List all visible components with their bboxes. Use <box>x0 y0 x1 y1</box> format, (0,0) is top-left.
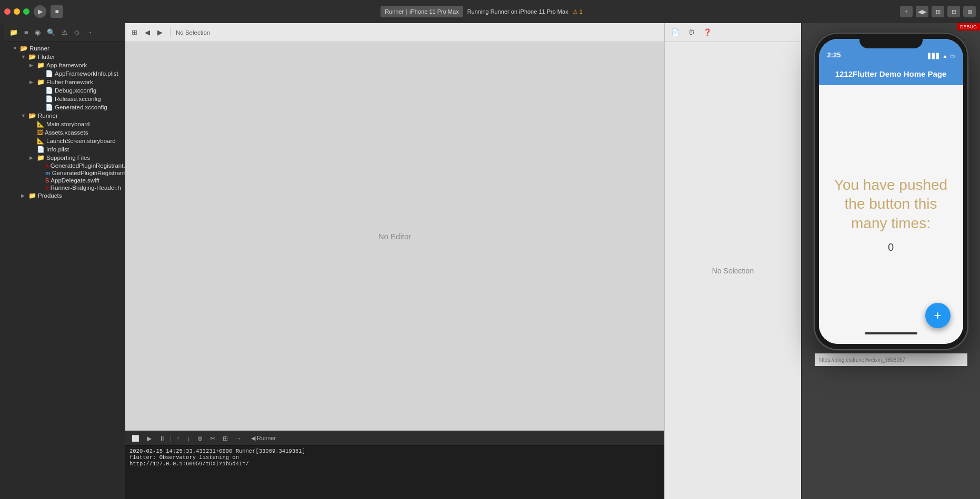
console-runner-label: ◀ Runner <box>251 435 276 442</box>
tree-item-main-storyboard[interactable]: 📐 Main.storyboard <box>4 120 125 128</box>
right-panel: 📄 ⏱ ❓ No Selection <box>664 23 801 499</box>
diamond-icon[interactable]: ◇ <box>72 27 82 37</box>
maximize-button[interactable] <box>23 8 29 15</box>
navigator-button[interactable]: ◀▶ <box>916 6 928 17</box>
tree-item-runner-root[interactable]: ▼ 📂 Runner <box>4 44 125 53</box>
tree-item-debug-xcconfig[interactable]: 📄 Debug.xcconfig <box>4 86 125 95</box>
add-button[interactable]: + <box>900 6 913 17</box>
console-line-2: flutter: Observatory listening on <box>129 454 660 461</box>
phone-time: 2:25 <box>827 51 841 59</box>
url-text: https://blog.csdn.net/weixin_3808057 <box>819 357 906 363</box>
phone-status-icons: ▋▋▋ ▲ ▭ <box>928 53 955 59</box>
console-cut-button[interactable]: ✂ <box>208 434 217 443</box>
no-selection-label: No Selection <box>712 267 754 275</box>
center-col: ⊞ ◀ ▶ No Selection No Editor ⬜ ▶ ⏸ ↑ ↓ <box>125 23 664 499</box>
debug-icon[interactable]: ◉ <box>33 27 43 37</box>
tree-item-gpr-m[interactable]: m GeneratedPluginRegistrant.m <box>4 169 125 177</box>
console-clear-button[interactable]: ⬜ <box>129 434 142 443</box>
title-bar: ▶ ■ Runner | iPhone 11 Pro Max Running R… <box>0 0 980 23</box>
warning-badge[interactable]: ⚠ 1 <box>573 8 583 15</box>
scheme-selector[interactable]: Runner | iPhone 11 Pro Max <box>381 6 463 17</box>
tree-item-info-plist[interactable]: 📄 Info.plist <box>4 145 125 154</box>
debug-badge: DEBUG <box>957 23 980 30</box>
no-editor-label: No Editor <box>378 232 412 241</box>
back-button[interactable]: ◀ <box>143 27 152 37</box>
tree-item-supporting-files[interactable]: ▶ 📁 Supporting Files <box>4 154 125 162</box>
arrow-icon[interactable]: → <box>84 27 95 37</box>
search-icon[interactable]: 🔍 <box>45 27 57 37</box>
sidebar: 📁 ≡ ◉ 🔍 ⚠ ◇ → ▼ 📂 Runner ▼ 📂 Flutter <box>4 23 125 499</box>
inspector-button[interactable]: ⊟ <box>947 6 960 17</box>
tree-item-flutter-framework[interactable]: ▶ 📁 Flutter.framework <box>4 78 125 86</box>
tree-item-assets[interactable]: 🖼 Assets.xcassets <box>4 128 125 137</box>
hide-nav-button[interactable]: ⊞ <box>129 27 139 37</box>
list-icon[interactable]: ≡ <box>22 27 31 37</box>
console-add-button[interactable]: ⊕ <box>195 434 205 443</box>
tree-item-launchscreen[interactable]: 📐 LaunchScreen.storyboard <box>4 137 125 145</box>
console-line-3: http://127.0.0.1:60959/tDXIY1b5d4I=/ <box>129 461 660 467</box>
console-divider <box>171 435 171 442</box>
console-stepover-button[interactable]: ↓ <box>185 434 192 443</box>
sidebar-toolbar: 📁 ≡ ◉ 🔍 ⚠ ◇ → <box>4 23 125 42</box>
console-grid-button[interactable]: ⊞ <box>221 434 230 443</box>
tree-item-release-xcconfig[interactable]: 📄 Release.xcconfig <box>4 95 125 103</box>
main-area: 📁 ≡ ◉ 🔍 ⚠ ◇ → ▼ 📂 Runner ▼ 📂 Flutter <box>0 23 980 499</box>
warning-icon[interactable]: ⚠ <box>59 27 70 37</box>
left-strip <box>0 23 4 499</box>
console-line-1: 2020-02-15 14:25:33.433231+0800 Runner[3… <box>129 448 660 454</box>
quick-help-button[interactable]: ⏱ <box>686 27 697 37</box>
file-tree: ▼ 📂 Runner ▼ 📂 Flutter ▶ 📁 App.framework <box>4 42 125 499</box>
phone-counter-number: 0 <box>888 241 894 253</box>
url-bar: https://blog.csdn.net/weixin_3808057 <box>815 353 967 366</box>
breadcrumb: No Selection <box>176 29 210 36</box>
editor-main: No Editor <box>125 42 664 431</box>
stop-button[interactable]: ■ <box>51 5 63 18</box>
console-pause-button[interactable]: ⏸ <box>157 434 167 443</box>
console-content: 2020-02-15 14:25:33.433231+0800 Runner[3… <box>125 446 664 499</box>
phone-frame: 2:25 ▋▋▋ ▲ ▭ 1212Flutter Demo Home Page … <box>815 34 967 349</box>
close-button[interactable] <box>4 8 11 15</box>
traffic-lights <box>4 8 29 15</box>
phone-navbar-title: 1212Flutter Demo Home Page <box>835 69 947 78</box>
phone-home-indicator <box>865 332 917 334</box>
panel-button[interactable]: ⊠ <box>963 6 976 17</box>
tree-item-appdelegate[interactable]: S AppDelegate.swift <box>4 177 125 184</box>
phone-screen: 2:25 ▋▋▋ ▲ ▭ 1212Flutter Demo Home Page … <box>819 39 963 344</box>
wifi-icon: ▲ <box>943 53 948 59</box>
phone-mockup-container: DEBUG 2:25 ▋▋▋ ▲ ▭ 1212Flutter Demo Home… <box>801 23 980 499</box>
phone-notch <box>859 34 923 48</box>
phone-counter-text: You have pushed the button this many tim… <box>829 176 953 233</box>
run-button[interactable]: ▶ <box>34 5 46 18</box>
console-toolbar: ⬜ ▶ ⏸ ↑ ↓ ⊕ ✂ ⊞ → ◀ Runner <box>125 431 664 446</box>
tree-item-gpr-h[interactable]: h GeneratedPluginRegistrant.h <box>4 162 125 169</box>
title-center: Runner | iPhone 11 Pro Max Running Runne… <box>67 6 896 17</box>
console-step-button[interactable]: ↑ <box>174 434 182 443</box>
console-run-button[interactable]: ▶ <box>145 434 154 443</box>
signal-icon: ▋▋▋ <box>928 53 941 59</box>
fab-button[interactable]: + <box>925 303 951 328</box>
tree-item-flutter[interactable]: ▼ 📂 Flutter <box>4 53 125 61</box>
status-label: Running Runner on iPhone 11 Pro Max <box>467 8 568 15</box>
help-button[interactable]: ❓ <box>701 27 714 37</box>
editor-toolbar: ⊞ ◀ ▶ No Selection <box>125 23 664 42</box>
right-panel-toolbar: 📄 ⏱ ❓ <box>665 23 801 42</box>
battery-icon: ▭ <box>950 53 955 59</box>
right-panel-content: No Selection <box>665 42 801 499</box>
title-bar-right: + ◀▶ ⊞ ⊟ ⊠ <box>900 6 976 17</box>
editor-split-button[interactable]: ⊞ <box>932 6 944 17</box>
phone-navbar: 1212Flutter Demo Home Page <box>819 62 963 85</box>
tree-item-appframeworkinfo[interactable]: 📄 AppFrameworkInfo.plist <box>4 69 125 78</box>
tree-item-generated-xcconfig[interactable]: 📄 Generated.xcconfig <box>4 103 125 111</box>
file-inspector-button[interactable]: 📄 <box>669 27 682 37</box>
tree-item-products[interactable]: ▶ 📁 Products <box>4 191 125 200</box>
center-right: ⊞ ◀ ▶ No Selection No Editor ⬜ ▶ ⏸ ↑ ↓ <box>125 23 801 499</box>
tree-item-app-framework[interactable]: ▶ 📁 App.framework <box>4 61 125 69</box>
console-arrow-button[interactable]: → <box>233 434 244 443</box>
folder-icon[interactable]: 📁 <box>7 27 20 37</box>
console: ⬜ ▶ ⏸ ↑ ↓ ⊕ ✂ ⊞ → ◀ Runner 2020-02-15 14… <box>125 431 664 499</box>
minimize-button[interactable] <box>14 8 20 15</box>
forward-button[interactable]: ▶ <box>155 27 165 37</box>
tree-item-runner-group[interactable]: ▼ 📂 Runner <box>4 111 125 120</box>
separator <box>170 28 171 37</box>
tree-item-bridging-header[interactable]: h Runner-Bridging-Header.h <box>4 184 125 191</box>
